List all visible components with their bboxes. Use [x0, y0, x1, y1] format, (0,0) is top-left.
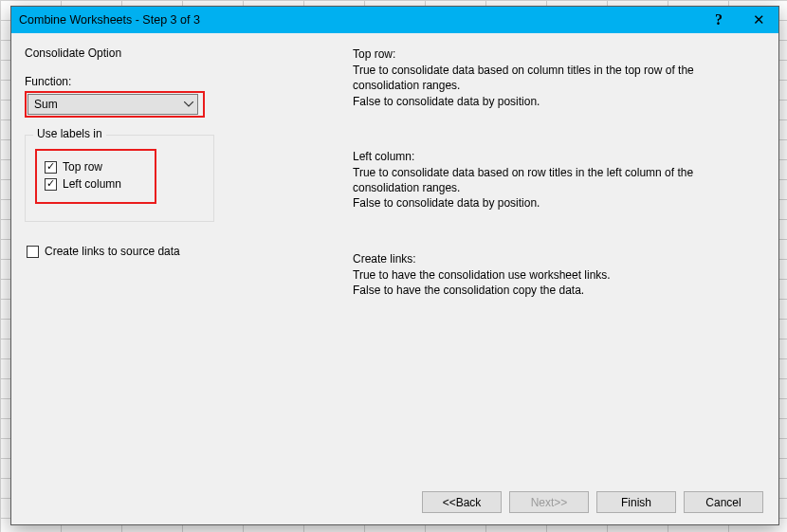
help-top-row: Top row: True to consolidate data based …	[353, 46, 760, 109]
help-left-column-line2: False to consolidate data by position.	[353, 195, 760, 211]
window-title: Combine Worksheets - Step 3 of 3	[11, 13, 699, 27]
help-create-links-line2: False to have the consolidation copy the…	[353, 283, 760, 298]
highlight-function: Sum	[25, 91, 205, 118]
combine-worksheets-dialog: Combine Worksheets - Step 3 of 3 ? ✕ Con…	[10, 6, 779, 525]
create-links-checkbox[interactable]	[27, 246, 39, 258]
left-panel: Consolidate Option Function: Sum Use lab…	[25, 46, 324, 487]
help-left-column: Left column: True to consolidate data ba…	[353, 149, 760, 211]
help-top-row-line2: False to consolidate data by position.	[353, 94, 760, 109]
left-column-checkbox[interactable]	[45, 178, 57, 191]
titlebar[interactable]: Combine Worksheets - Step 3 of 3 ? ✕	[11, 7, 778, 33]
help-top-row-head: Top row:	[353, 46, 760, 62]
top-row-checkbox-row[interactable]: Top row	[45, 160, 147, 174]
help-create-links: Create links: True to have the consolida…	[353, 251, 760, 299]
function-combobox[interactable]: Sum	[27, 94, 198, 115]
left-column-label: Left column	[63, 177, 121, 191]
create-links-label: Create links to source data	[45, 245, 180, 258]
function-label: Function:	[25, 75, 324, 88]
highlight-labels: Top row Left column	[35, 149, 156, 204]
use-labels-legend: Use labels in	[33, 127, 106, 140]
close-button[interactable]: ✕	[739, 7, 778, 33]
help-left-column-line1: True to consolidate data based on row ti…	[353, 165, 760, 195]
help-top-row-line1: True to consolidate data based on column…	[353, 63, 760, 93]
left-column-checkbox-row[interactable]: Left column	[45, 177, 147, 191]
function-value: Sum	[34, 98, 58, 111]
create-links-checkbox-row[interactable]: Create links to source data	[27, 245, 324, 258]
footer-buttons: <<Back Next>> Finish Cancel	[25, 487, 765, 515]
dialog-content: Consolidate Option Function: Sum Use lab…	[11, 33, 778, 524]
back-button[interactable]: <<Back	[422, 491, 502, 513]
help-left-column-head: Left column:	[353, 149, 760, 164]
help-panel: Top row: True to consolidate data based …	[353, 46, 765, 487]
top-row-checkbox[interactable]	[45, 161, 57, 174]
chevron-down-icon	[184, 101, 193, 107]
section-title: Consolidate Option	[25, 46, 324, 60]
top-row-label: Top row	[63, 160, 102, 174]
help-create-links-head: Create links:	[353, 251, 760, 266]
next-button: Next>>	[509, 491, 589, 513]
cancel-button[interactable]: Cancel	[684, 491, 763, 513]
help-button[interactable]: ?	[699, 7, 739, 33]
finish-button[interactable]: Finish	[596, 491, 676, 513]
use-labels-groupbox: Use labels in Top row Left column	[25, 135, 214, 222]
help-create-links-line1: True to have the consolidation use works…	[353, 267, 760, 283]
